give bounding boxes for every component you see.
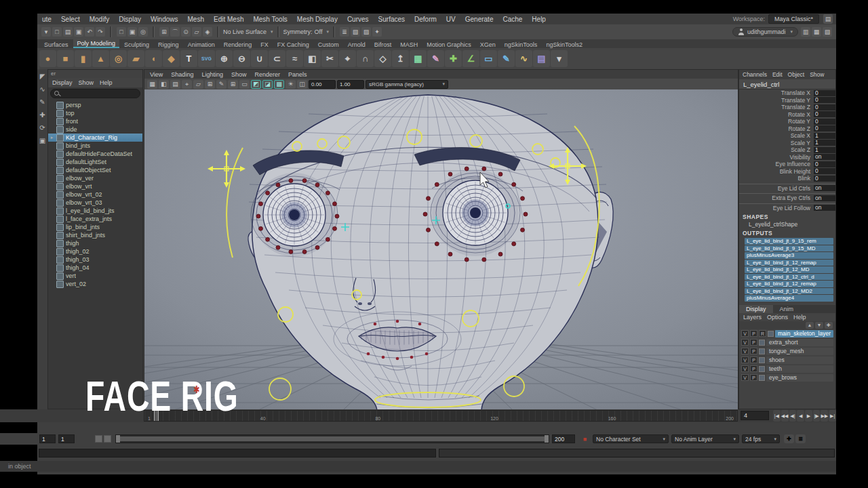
layer-menu-help[interactable]: Help bbox=[793, 314, 806, 321]
layer-toggle-p[interactable]: P bbox=[750, 348, 757, 354]
ik-handle-icon[interactable]: ∠ bbox=[462, 50, 479, 67]
panel-menu-show[interactable]: Show bbox=[231, 71, 247, 78]
layer-color-swatch[interactable] bbox=[759, 340, 765, 346]
go-to-start-button[interactable]: |◀ bbox=[773, 410, 781, 422]
save-scene-icon[interactable]: ▣ bbox=[74, 27, 83, 37]
channel-value-field[interactable]: 0 bbox=[814, 111, 835, 117]
selected-object-name[interactable]: L_eyelid_ctrl bbox=[739, 79, 835, 89]
outliner-item-side[interactable]: side bbox=[48, 125, 142, 134]
bevel-icon[interactable]: ◇ bbox=[374, 50, 391, 67]
make-live-icon[interactable]: ◈ bbox=[203, 27, 212, 37]
outliner-menu-display[interactable]: Display bbox=[52, 79, 73, 86]
menu-generate[interactable]: Generate bbox=[460, 16, 498, 23]
outliner-item-shirt-bind-jnts[interactable]: shirt_bind_jnts bbox=[48, 231, 142, 239]
menu-uv[interactable]: UV bbox=[441, 16, 460, 23]
output-node-plusminusaverage4[interactable]: plusMinusAverage4 bbox=[745, 295, 833, 302]
menu-mesh-tools[interactable]: Mesh Tools bbox=[248, 16, 292, 23]
panel-menu-renderer[interactable]: Renderer bbox=[254, 71, 280, 78]
channel-value-field[interactable]: on bbox=[814, 205, 835, 211]
menu-modify[interactable]: Modify bbox=[85, 16, 114, 23]
shelf-tab-ngskintools[interactable]: ngSkinTools bbox=[500, 41, 542, 48]
render-icon[interactable]: ▧ bbox=[351, 27, 360, 37]
platonic-solid-icon[interactable]: ◆ bbox=[163, 50, 180, 67]
symmetry-value[interactable]: Off bbox=[315, 28, 323, 35]
layer-row-shoes[interactable]: VPshoes bbox=[739, 356, 835, 365]
channel-value-field[interactable]: 0 bbox=[814, 104, 835, 110]
play-forward-button[interactable]: ▶ bbox=[805, 410, 812, 422]
select-component-icon[interactable]: ◎ bbox=[138, 27, 148, 37]
step-forward-frame-button[interactable]: |▶ bbox=[813, 410, 821, 422]
shape-node-name[interactable]: L_eyelid_ctrlShape bbox=[739, 221, 835, 228]
outliner-item-bind-jnts[interactable]: bind_jnts bbox=[48, 142, 142, 150]
go-to-end-button[interactable]: ▶| bbox=[829, 410, 836, 422]
layer-toggle-v[interactable]: V bbox=[741, 348, 749, 354]
shelf-tab-custom[interactable]: Custom bbox=[314, 41, 343, 48]
channel-scale-z[interactable]: Scale Z1 bbox=[739, 146, 835, 154]
anim-preferences-icon[interactable]: ≣ bbox=[795, 434, 806, 443]
workspace-selector[interactable]: Maya Classic* bbox=[768, 14, 819, 24]
outliner-item-defaultobjectset[interactable]: defaultObjectSet bbox=[48, 166, 142, 174]
motion-path-icon[interactable]: ∿ bbox=[515, 50, 532, 67]
shelf-tab-mash[interactable]: MASH bbox=[396, 41, 422, 48]
snap-point-icon[interactable]: ⊙ bbox=[181, 27, 191, 37]
snap-view-plane-icon[interactable]: ▱ bbox=[192, 27, 201, 37]
workspace-menu-icon[interactable]: ▤ bbox=[823, 14, 833, 24]
shelf-tab-fx-caching[interactable]: FX Caching bbox=[273, 41, 313, 48]
channel-value-field[interactable]: 0 bbox=[814, 168, 835, 174]
layer-tab-display[interactable]: Display bbox=[739, 305, 773, 313]
fps-dropdown[interactable]: 24 fps ▾ bbox=[742, 434, 780, 443]
channel-value-field[interactable]: 0 bbox=[814, 161, 835, 167]
snap-curve-icon[interactable]: ⌒ bbox=[170, 27, 180, 37]
output-node-l-eye-lid-bind-jt-9-15-md[interactable]: L_eye_lid_bind_jt_9_15_MD bbox=[745, 245, 833, 252]
channel-scale-y[interactable]: Scale Y1 bbox=[739, 140, 835, 147]
range-option-button[interactable] bbox=[95, 435, 102, 443]
range-bar[interactable] bbox=[117, 436, 547, 441]
channel-box-menu-object[interactable]: Object bbox=[788, 71, 805, 78]
outliner-item-l-face-extra-jnts[interactable]: l_face_extra_jnts bbox=[48, 215, 142, 223]
menu-ute[interactable]: ute bbox=[37, 16, 56, 23]
outliner-menu-help[interactable]: Help bbox=[100, 79, 113, 86]
outliner-item-defaulthidefacedataset[interactable]: defaultHideFaceDataSet bbox=[48, 150, 142, 158]
panel-menu-lighting[interactable]: Lighting bbox=[201, 71, 223, 78]
target-weld-icon[interactable]: ⌖ bbox=[339, 50, 356, 67]
shelf-tab-animation[interactable]: Animation bbox=[184, 41, 219, 48]
channel-rotate-y[interactable]: Rotate Y0 bbox=[739, 118, 835, 125]
layer-row-extra-short[interactable]: VPextra_short bbox=[739, 338, 835, 347]
redo-icon[interactable]: ↷ bbox=[96, 27, 105, 37]
outliner-item-vert-02[interactable]: vert_02 bbox=[48, 280, 142, 288]
output-node-l-eye-lid-bind-jt-12-md[interactable]: L_eye_lid_bind_jt_12_MD bbox=[745, 266, 833, 273]
channel-value-field[interactable]: 0 bbox=[814, 125, 835, 131]
lighting-mode-icon[interactable]: ☀ bbox=[285, 80, 296, 89]
shelf-tab-ngskintools2[interactable]: ngSkinTools2 bbox=[542, 41, 587, 48]
channel-value-field[interactable]: 1 bbox=[814, 133, 835, 139]
extrude-icon[interactable]: ↥ bbox=[392, 50, 409, 67]
quad-draw-icon[interactable]: ▦ bbox=[410, 50, 427, 67]
character-set-dropdown[interactable]: No Character Set ▾ bbox=[593, 434, 669, 443]
layer-color-swatch[interactable] bbox=[759, 357, 765, 363]
menu-mesh[interactable]: Mesh bbox=[183, 16, 209, 23]
menu-cache[interactable]: Cache bbox=[498, 16, 527, 23]
range-slider[interactable] bbox=[115, 434, 549, 443]
channel-eye-lid-follow[interactable]: Eye Lid Followon bbox=[739, 203, 835, 212]
account-menu[interactable]: udithgummadi ▾ bbox=[732, 27, 798, 37]
menu-curves[interactable]: Curves bbox=[342, 16, 374, 23]
layer-toggle-v[interactable]: V bbox=[741, 330, 749, 337]
outliner-item-front[interactable]: front bbox=[48, 117, 142, 125]
shelf-tab-bifrost[interactable]: Bifrost bbox=[370, 41, 396, 48]
shelf-tab-rigging[interactable]: Rigging bbox=[154, 41, 183, 48]
current-frame-field[interactable]: 4 bbox=[741, 411, 769, 420]
step-back-key-button[interactable]: ◀◀ bbox=[781, 410, 789, 422]
snap-grid-icon[interactable]: ⊞ bbox=[159, 27, 169, 37]
menu-surfaces[interactable]: Surfaces bbox=[374, 16, 410, 23]
outliner-item-lip-bind-jnts[interactable]: lip_bind_jnts bbox=[48, 223, 142, 231]
construction-history-icon[interactable]: ≣ bbox=[340, 27, 349, 37]
outliner-item-top[interactable]: top bbox=[48, 109, 142, 117]
live-surface-label[interactable]: No Live Surface bbox=[223, 28, 267, 35]
menu-select[interactable]: Select bbox=[56, 16, 85, 23]
channel-rotate-z[interactable]: Rotate Z0 bbox=[739, 125, 835, 133]
outliner-item-thigh[interactable]: thigh bbox=[48, 239, 142, 247]
output-node-l-eye-lid-bind-jt-12-ctrl-d[interactable]: L_eye_lid_bind_jt_12_ctrl_d bbox=[745, 274, 833, 281]
poly-torus-icon[interactable]: ◎ bbox=[110, 50, 127, 67]
panel-menu-panels[interactable]: Panels bbox=[288, 71, 307, 78]
outliner-filter[interactable] bbox=[50, 89, 140, 98]
